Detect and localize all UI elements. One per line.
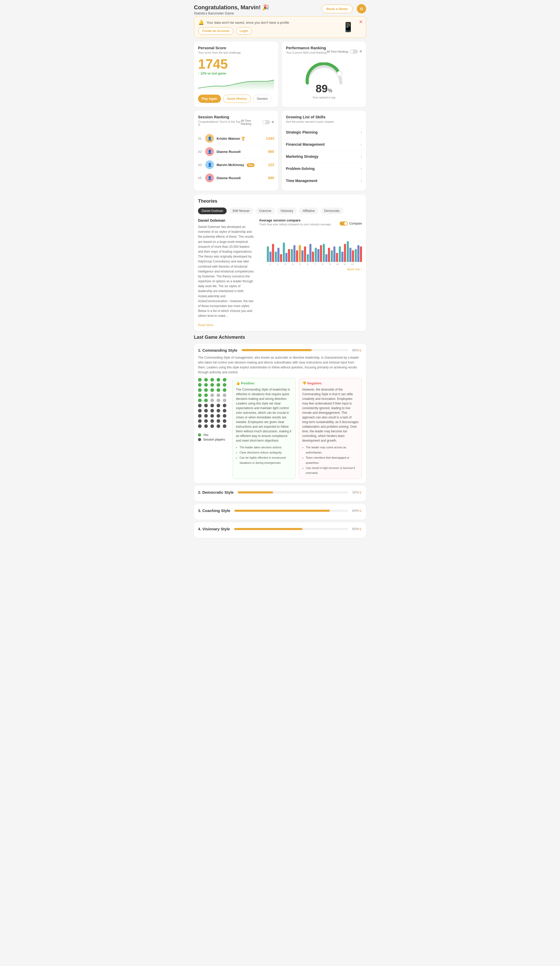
positive-negative: 👍 Positive: The Commanding Style of lead… — [233, 378, 362, 479]
create-account-button[interactable]: Create an Account — [198, 27, 233, 34]
skill-name: Financial Management — [286, 142, 325, 146]
session-toggle[interactable]: All Time Ranking ⚙ — [241, 119, 274, 125]
chevron-right-icon: › — [361, 142, 362, 147]
dot — [210, 383, 214, 387]
all-time-toggle[interactable]: All Time Ranking ⚙ — [327, 49, 362, 54]
dot — [204, 383, 208, 387]
dot — [204, 424, 208, 428]
pos-neg-section: 👍 Positive: The Commanding Style of lead… — [233, 378, 362, 479]
expand-icon[interactable]: ∨ — [359, 348, 362, 353]
theory-tab[interactable]: Affiliative — [299, 207, 319, 214]
session-ranking-card: Session Ranking Congratulations! You're … — [194, 111, 278, 191]
bar-group — [299, 245, 306, 262]
dot — [198, 378, 202, 381]
bar — [269, 251, 271, 262]
theory-description: Daniel Goleman has developed an overview… — [198, 225, 256, 319]
dot — [210, 409, 214, 412]
performance-ranking-card: Performance Ranking Your Current Skill L… — [282, 41, 366, 107]
bar-x-label: 6 — [304, 263, 311, 266]
progress-percent: 66% — [352, 348, 359, 352]
more-info-link[interactable]: More Info › — [259, 268, 362, 271]
session-settings-icon: ⚙ — [271, 120, 274, 124]
bar-group — [339, 244, 346, 262]
session-button[interactable]: Session — [253, 95, 272, 103]
game-history-button[interactable]: Game History — [223, 95, 251, 103]
session-toggle-switch[interactable] — [262, 120, 270, 124]
bar — [347, 241, 349, 262]
dot — [210, 414, 214, 418]
compare-toggle[interactable]: Compare — [340, 222, 362, 225]
theories-title: Theories — [198, 199, 362, 204]
bar-x-label: 4 — [289, 263, 296, 266]
all-time-label: All Time Ranking — [327, 50, 348, 53]
player-name: Marvin McKinney You — [217, 163, 266, 167]
ranking-item: #5 👤 Dianne Russell 890 — [198, 171, 274, 184]
skills-title: Growing List of Skills — [286, 115, 362, 119]
read-more-link[interactable]: Read More — [198, 323, 213, 327]
skill-item[interactable]: Financial Management› — [286, 138, 362, 151]
bar — [320, 245, 322, 262]
dot — [204, 404, 208, 407]
achievement-card: 4. Visionary Style 60% ∨ — [194, 522, 366, 538]
bar — [325, 254, 327, 262]
bar — [278, 248, 279, 262]
progress-bar — [238, 491, 348, 493]
rank-label: Your ranked in top — [304, 96, 345, 99]
legend-you: You — [198, 433, 229, 437]
settings-button[interactable]: ⚙ — [357, 4, 366, 13]
theory-content: Daniel Goleman Daniel Goleman has develo… — [198, 219, 362, 327]
banner-close-button[interactable]: ✕ — [359, 19, 363, 25]
banner-text-row: 🔔 Your data won't be saved, since you do… — [198, 20, 340, 25]
expand-icon[interactable]: ∨ — [359, 490, 362, 495]
banner-content: 🔔 Your data won't be saved, since you do… — [198, 20, 340, 34]
theory-tab[interactable]: SIW Niveuer — [229, 207, 253, 214]
dot — [217, 378, 220, 381]
skill-name: Time Management — [286, 179, 317, 183]
svg-point-0 — [337, 71, 342, 76]
skill-item[interactable]: Time Management› — [286, 175, 362, 187]
bar-x-label: 11 — [342, 263, 348, 266]
player-name: Kristin Watson 🏆 — [217, 136, 263, 141]
dot — [217, 419, 220, 423]
book-demo-button[interactable]: Book a Demo — [322, 5, 353, 13]
theory-author: Daniel Goleman — [198, 219, 256, 222]
bar — [309, 244, 312, 262]
ranking-skills-row: Session Ranking Congratulations! You're … — [194, 111, 366, 191]
dot — [217, 424, 220, 428]
bar — [280, 254, 282, 262]
bar — [291, 249, 293, 262]
perf-header: Performance Ranking Your Current Skill L… — [286, 46, 362, 57]
dot-section: You Session players — [198, 378, 229, 479]
player-score: 123 — [268, 163, 274, 167]
score-change: ↑ 12% vs last game — [198, 72, 274, 75]
dot — [217, 414, 220, 418]
dot — [223, 383, 227, 387]
theory-tab[interactable]: Democratic — [320, 207, 343, 214]
expand-icon[interactable]: ∨ — [359, 508, 362, 513]
play-again-button[interactable]: Play Again — [198, 95, 221, 103]
theory-tab[interactable]: Visionary — [277, 207, 297, 214]
player-avatar: 👤 — [205, 160, 214, 169]
skill-item[interactable]: Marketing Strategy› — [286, 151, 362, 163]
player-avatar: 👤 — [205, 147, 214, 156]
bar-x-label: 10 — [334, 263, 341, 266]
bar — [355, 249, 357, 262]
bar-group — [347, 241, 354, 262]
theory-tab[interactable]: Coercive — [256, 207, 275, 214]
dot — [210, 378, 214, 381]
progress-percent: 60% — [352, 527, 359, 531]
compare-switch[interactable] — [340, 222, 348, 225]
skill-item[interactable]: Problem-Solving› — [286, 163, 362, 175]
player-score: 890 — [268, 150, 274, 154]
expand-icon[interactable]: ∨ — [359, 526, 362, 531]
skill-name: Marketing Strategy — [286, 154, 319, 159]
dot — [204, 388, 208, 392]
trophy-icon: 🏆 — [241, 136, 245, 141]
bar-x-label: 5 — [297, 263, 304, 266]
theory-tab[interactable]: Daniel Godman — [198, 207, 227, 214]
personal-score-title: Personal Score — [198, 46, 274, 50]
login-button[interactable]: Login — [236, 27, 252, 34]
toggle-switch[interactable] — [350, 49, 358, 54]
achievements-list: 1. Commanding Style 66% ∨ The Commanding… — [194, 343, 366, 538]
skill-item[interactable]: Strategic Planning› — [286, 127, 362, 138]
